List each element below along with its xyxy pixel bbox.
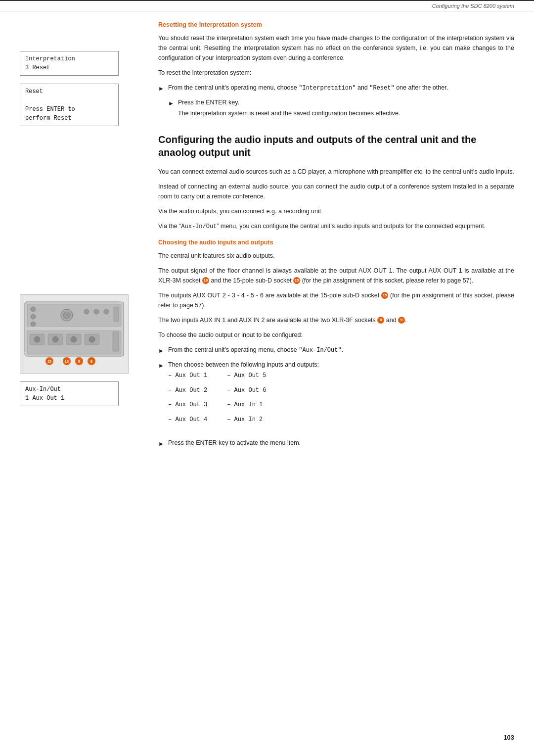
svg-point-2 (31, 307, 36, 312)
svg-point-19 (89, 336, 95, 342)
header-bar: Configuring the SDC 8200 system (0, 0, 534, 11)
arrow-icon-4: ► (158, 361, 164, 371)
bullet-audio-2: ► Then choose between the following inpu… (158, 360, 514, 434)
svg-point-17 (71, 336, 77, 342)
section1-bullets: ► From the central unit's operating menu… (158, 83, 514, 118)
lcd2-line4: perform Reset (25, 114, 113, 123)
col1-list: – Aux Out 1 – Aux Out 2 – Aux Out 3 – Au… (168, 371, 207, 429)
svg-rect-10 (114, 307, 119, 322)
badge-10: 10 (202, 277, 209, 284)
col1-item-3: – Aux Out 3 (168, 400, 207, 411)
section2-para3: The outputs AUX OUT 2 - 3 - 4 - 5 - 6 ar… (158, 290, 514, 310)
section2-body2: Instead of connecting an external audio … (158, 182, 514, 201)
svg-text:8: 8 (90, 360, 92, 363)
col2-item-1: – Aux Out 5 (227, 371, 266, 381)
col2-item-2: – Aux Out 6 (227, 385, 266, 396)
col1-item-2: – Aux Out 2 (168, 385, 207, 396)
page-number: 103 (503, 734, 514, 741)
lcd-box-3: Aux-In/Out 1 Aux Out 1 (20, 381, 119, 406)
bullet-item-1: ► From the central unit's operating menu… (158, 83, 514, 94)
arrow-icon-5: ► (158, 439, 164, 449)
lcd2-line2 (25, 96, 113, 105)
section2-body4: Via the “Aux-In/Out” menu, you can confi… (158, 221, 514, 232)
lcd3-line1: Aux-In/Out (25, 385, 113, 394)
section1-lead: To reset the interpretation system: (158, 68, 514, 78)
col2-item-3: – Aux In 1 (227, 400, 266, 411)
badge-15a: 15 (293, 277, 300, 284)
section2-body1: You can connect external audio sources s… (158, 167, 514, 177)
bullet-audio-3-text: Press the ENTER key to activate the menu… (168, 438, 301, 448)
bullet2-sub: The interpretation system is reset and t… (178, 108, 400, 118)
lcd2-line1: Reset (25, 87, 113, 96)
sidebar: Interpretation 3 Reset Reset Press ENTER… (0, 21, 148, 756)
svg-text:10: 10 (65, 360, 69, 363)
bullet-audio-2-text: Then choose between the following inputs… (168, 360, 319, 370)
lcd2-line3: Press ENTER to (25, 105, 113, 114)
section2-subheading: Choosing the audio inputs and outputs (158, 239, 514, 246)
lcd3-line2: 1 Aux Out 1 (25, 394, 113, 403)
section2-lead2: To choose the audio output or input to b… (158, 330, 514, 340)
col2-item-4: – Aux In 2 (227, 415, 266, 425)
bullet2-text: Press the ENTER key. (178, 97, 239, 107)
svg-point-15 (52, 336, 58, 342)
header-title: Configuring the SDC 8200 system (432, 3, 514, 9)
svg-point-6 (63, 312, 70, 319)
arrow-icon-1: ► (158, 84, 164, 94)
lcd-box-1: Interpretation 3 Reset (20, 51, 119, 76)
svg-point-9 (104, 309, 109, 314)
svg-point-8 (94, 309, 99, 314)
lcd-box-2: Reset Press ENTER to perform Reset (20, 84, 119, 126)
svg-rect-20 (113, 331, 119, 351)
svg-text:15: 15 (47, 360, 51, 363)
svg-text:9: 9 (78, 360, 80, 363)
svg-point-4 (31, 322, 36, 327)
section2-para4: The two inputs AUX IN 1 and AUX IN 2 are… (158, 315, 514, 325)
svg-point-3 (31, 314, 36, 319)
section2-body3: Via the audio outputs, you can connect e… (158, 206, 514, 216)
svg-rect-1 (27, 304, 121, 327)
bullet-audio-3: ► Press the ENTER key to activate the me… (158, 438, 514, 449)
bullet-audio-1-text: From the central unit's operating menu, … (168, 345, 343, 355)
section2-para2: The output signal of the floor channel i… (158, 266, 514, 285)
section-reset: Resetting the interpretation system You … (158, 21, 514, 118)
section2-big-heading: Configuring the audio inputs and outputs… (158, 133, 514, 159)
badge-8: 8 (377, 317, 384, 324)
bullet-item-2: ► Press the ENTER key. The interpretatio… (158, 97, 514, 118)
audio-two-col: – Aux Out 1 – Aux Out 2 – Aux Out 3 – Au… (168, 371, 266, 429)
col1-item-4: – Aux Out 4 (168, 415, 207, 425)
svg-point-7 (84, 309, 89, 314)
main-content: Interpretation 3 Reset Reset Press ENTER… (0, 11, 534, 756)
badge-15b: 15 (381, 292, 388, 299)
arrow-icon-3: ► (158, 346, 164, 356)
arrow-icon-2: ► (168, 99, 174, 108)
section-audio: Configuring the audio inputs and outputs… (158, 133, 514, 449)
content-area: Resetting the interpretation system You … (148, 21, 534, 756)
section1-heading: Resetting the interpretation system (158, 21, 514, 28)
section2-para1: The central unit features six audio outp… (158, 251, 514, 261)
bullet1-text: From the central unit's operating menu, … (168, 83, 448, 93)
svg-point-13 (34, 336, 40, 342)
col1-item-1: – Aux Out 1 (168, 371, 207, 381)
device-image: 15 10 9 8 (20, 294, 129, 374)
section2-bullets: ► From the central unit's operating menu… (158, 345, 514, 449)
section1-body1: You should reset the interpretation syst… (158, 33, 514, 63)
badge-9: 9 (398, 317, 405, 324)
lcd1-line2: 3 Reset (25, 63, 113, 72)
bullet-audio-1: ► From the central unit's operating menu… (158, 345, 514, 356)
lcd1-line1: Interpretation (25, 54, 113, 63)
col2-list: – Aux Out 5 – Aux Out 6 – Aux In 1 – Aux… (227, 371, 266, 429)
